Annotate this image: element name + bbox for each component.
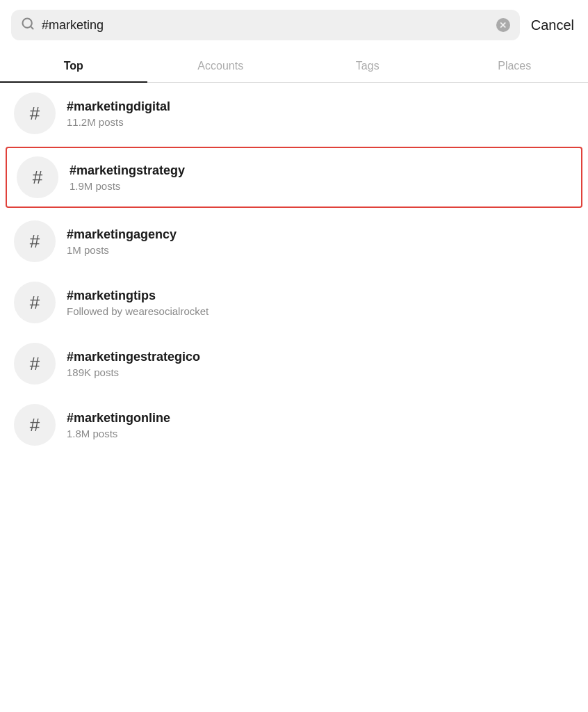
hashtag-symbol: # [30,292,40,314]
tab-accounts[interactable]: Accounts [147,50,295,82]
result-subtitle: 1M posts [67,244,177,256]
result-text: #marketingestrategico 189K posts [67,350,200,378]
search-bar-container: #marketing ✕ Cancel [0,0,588,50]
hashtag-symbol: # [30,231,40,252]
search-icon [21,17,35,33]
list-item[interactable]: # #marketingestrategico 189K posts [0,333,588,394]
result-text: #marketingtips Followed by wearesocialro… [67,289,209,317]
tab-tags[interactable]: Tags [294,50,441,82]
result-text: #marketingstrategy 1.9M posts [70,163,185,192]
result-title: #marketingestrategico [67,350,200,364]
hashtag-icon-circle: # [14,404,56,446]
search-input-wrapper: #marketing ✕ [11,10,520,40]
result-title: #marketingstrategy [70,163,185,178]
result-subtitle: 11.2M posts [67,116,170,128]
list-item[interactable]: # #marketingdigital 11.2M posts [0,83,588,144]
tab-top[interactable]: Top [0,50,147,82]
hashtag-icon-circle: # [14,220,56,262]
cancel-button[interactable]: Cancel [528,17,577,33]
hashtag-symbol: # [33,167,42,188]
result-title: #marketingdigital [67,99,170,114]
list-item[interactable]: # #marketingtips Followed by wearesocial… [0,272,588,333]
result-text: #marketingonline 1.8M posts [67,411,170,439]
tabs-container: Top Accounts Tags Places [0,50,588,83]
hashtag-icon-circle: # [14,343,56,385]
hashtag-icon-circle: # [17,156,58,198]
list-item[interactable]: # #marketingonline 1.8M posts [0,394,588,455]
result-subtitle: Followed by wearesocialrocket [67,305,209,317]
list-item[interactable]: # #marketingagency 1M posts [0,211,588,272]
result-title: #marketingtips [67,289,209,303]
search-input[interactable]: #marketing [42,18,489,33]
result-title: #marketingagency [67,227,177,242]
result-text: #marketingdigital 11.2M posts [67,99,170,128]
clear-icon: ✕ [496,18,510,32]
hashtag-icon-circle: # [14,282,56,323]
results-list: # #marketingdigital 11.2M posts # #marke… [0,83,588,455]
hashtag-symbol: # [30,103,40,124]
hashtag-icon-circle: # [14,92,56,134]
svg-line-1 [31,26,33,29]
hashtag-symbol: # [30,353,40,375]
result-text: #marketingagency 1M posts [67,227,177,256]
clear-button[interactable]: ✕ [496,18,510,32]
tab-places[interactable]: Places [441,50,589,82]
list-item-highlighted[interactable]: # #marketingstrategy 1.9M posts [6,147,582,208]
result-subtitle: 189K posts [67,366,200,378]
result-subtitle: 1.9M posts [70,180,185,192]
result-title: #marketingonline [67,411,170,426]
hashtag-symbol: # [30,414,40,436]
result-subtitle: 1.8M posts [67,428,170,439]
